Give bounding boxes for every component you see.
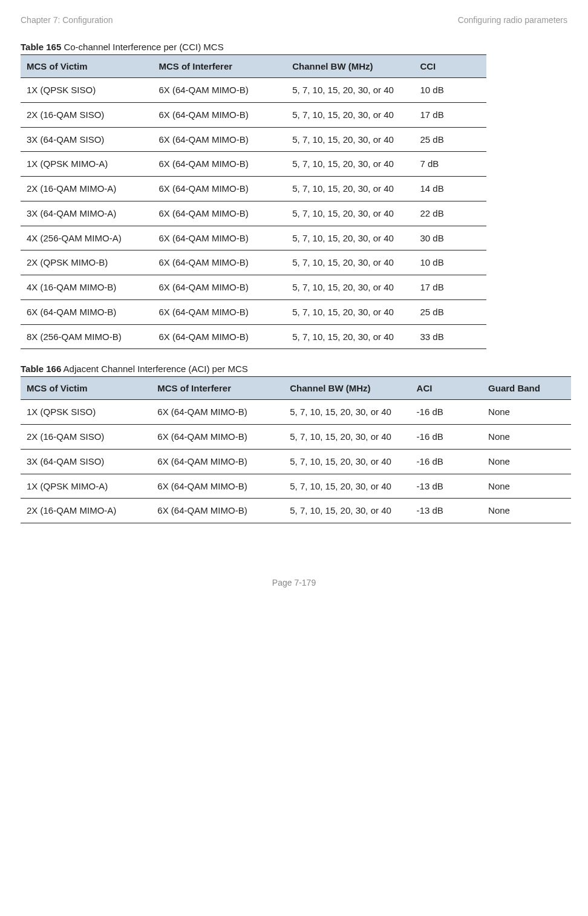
table-cell: 1X (QPSK MIMO-A) (21, 474, 151, 499)
table-cell: 6X (64-QAM MIMO-B) (151, 499, 284, 523)
table-row: 2X (16-QAM MIMO-A)6X (64-QAM MIMO-B)5, 7… (21, 177, 486, 201)
table-cell: None (482, 474, 571, 499)
table-cell: 3X (64-QAM SISO) (21, 127, 152, 152)
table-cell: 33 dB (414, 324, 486, 349)
table165-caption-bold: Table 165 (21, 42, 61, 52)
table-cell: None (482, 425, 571, 450)
header-left: Chapter 7: Configuration (21, 15, 113, 25)
table-row: 3X (64-QAM SISO)6X (64-QAM MIMO-B)5, 7, … (21, 127, 486, 152)
table-cell: 10 dB (414, 250, 486, 275)
table-cell: 4X (16-QAM MIMO-B) (21, 275, 152, 300)
table-cell: 6X (64-QAM MIMO-B) (151, 449, 284, 474)
table-cell: 1X (QPSK SISO) (21, 78, 152, 103)
table165-th-bw: Channel BW (MHz) (286, 55, 414, 78)
table-cell: 6X (64-QAM MIMO-B) (152, 250, 286, 275)
table-cell: 5, 7, 10, 15, 20, 30, or 40 (284, 449, 410, 474)
table-cell: None (482, 449, 571, 474)
table-cell: 22 dB (414, 201, 486, 226)
table166: MCS of Victim MCS of Interferer Channel … (21, 376, 571, 523)
table165: MCS of Victim MCS of Interferer Channel … (21, 54, 486, 349)
table-cell: -16 dB (411, 449, 482, 474)
table165-header-row: MCS of Victim MCS of Interferer Channel … (21, 55, 486, 78)
table-row: 3X (64-QAM SISO)6X (64-QAM MIMO-B)5, 7, … (21, 449, 571, 474)
table-row: 2X (16-QAM MIMO-A)6X (64-QAM MIMO-B)5, 7… (21, 499, 571, 523)
table-cell: 5, 7, 10, 15, 20, 30, or 40 (286, 201, 414, 226)
table-row: 1X (QPSK MIMO-A)6X (64-QAM MIMO-B)5, 7, … (21, 152, 486, 177)
table-cell: 5, 7, 10, 15, 20, 30, or 40 (284, 400, 410, 425)
page-header: Chapter 7: Configuration Configuring rad… (21, 15, 567, 25)
table-cell: 6X (64-QAM MIMO-B) (152, 299, 286, 324)
table-cell: 17 dB (414, 102, 486, 127)
table-row: 2X (16-QAM SISO)6X (64-QAM MIMO-B)5, 7, … (21, 102, 486, 127)
table166-caption-bold: Table 166 (21, 364, 61, 374)
table-cell: 6X (64-QAM MIMO-B) (152, 275, 286, 300)
table166-th-interferer: MCS of Interferer (151, 377, 284, 400)
table-cell: 5, 7, 10, 15, 20, 30, or 40 (286, 177, 414, 201)
table-cell: 5, 7, 10, 15, 20, 30, or 40 (286, 78, 414, 103)
table-cell: 6X (64-QAM MIMO-B) (152, 152, 286, 177)
table-cell: -13 dB (411, 474, 482, 499)
table-cell: 6X (64-QAM MIMO-B) (151, 425, 284, 450)
table-row: 1X (QPSK SISO)6X (64-QAM MIMO-B)5, 7, 10… (21, 400, 571, 425)
table-cell: -16 dB (411, 400, 482, 425)
table-cell: 10 dB (414, 78, 486, 103)
table-cell: 30 dB (414, 226, 486, 250)
table166-header-row: MCS of Victim MCS of Interferer Channel … (21, 377, 571, 400)
table-cell: 6X (64-QAM MIMO-B) (152, 226, 286, 250)
table-cell: 5, 7, 10, 15, 20, 30, or 40 (286, 102, 414, 127)
table-row: 4X (16-QAM MIMO-B)6X (64-QAM MIMO-B)5, 7… (21, 275, 486, 300)
table166-caption: Table 166 Adjacent Channel Interference … (21, 364, 567, 374)
table-cell: 6X (64-QAM MIMO-B) (152, 324, 286, 349)
table-cell: 5, 7, 10, 15, 20, 30, or 40 (286, 250, 414, 275)
table-cell: 1X (QPSK SISO) (21, 400, 151, 425)
table166-th-guard: Guard Band (482, 377, 571, 400)
table-cell: 6X (64-QAM MIMO-B) (152, 78, 286, 103)
table165-caption-rest: Co-channel Interference per (CCI) MCS (61, 42, 223, 52)
table166-th-aci: ACI (411, 377, 482, 400)
table-cell: 2X (16-QAM MIMO-A) (21, 499, 151, 523)
table-cell: 6X (64-QAM MIMO-B) (152, 102, 286, 127)
table-row: 3X (64-QAM MIMO-A)6X (64-QAM MIMO-B)5, 7… (21, 201, 486, 226)
page-footer: Page 7-179 (21, 578, 567, 587)
table-cell: None (482, 499, 571, 523)
table-row: 2X (QPSK MIMO-B)6X (64-QAM MIMO-B)5, 7, … (21, 250, 486, 275)
table-cell: 7 dB (414, 152, 486, 177)
table166-th-bw: Channel BW (MHz) (284, 377, 410, 400)
table-cell: 5, 7, 10, 15, 20, 30, or 40 (286, 226, 414, 250)
table-cell: 1X (QPSK MIMO-A) (21, 152, 152, 177)
table-cell: None (482, 400, 571, 425)
header-right: Configuring radio parameters (458, 15, 567, 25)
table-cell: 6X (64-QAM MIMO-B) (151, 400, 284, 425)
table-cell: 2X (QPSK MIMO-B) (21, 250, 152, 275)
table-cell: 25 dB (414, 127, 486, 152)
table-row: 6X (64-QAM MIMO-B)6X (64-QAM MIMO-B)5, 7… (21, 299, 486, 324)
table-row: 1X (QPSK MIMO-A)6X (64-QAM MIMO-B)5, 7, … (21, 474, 571, 499)
table165-th-victim: MCS of Victim (21, 55, 152, 78)
table166-caption-rest: Adjacent Channel Interference (ACI) per … (61, 364, 247, 374)
table-cell: 6X (64-QAM MIMO-B) (152, 177, 286, 201)
table-cell: 6X (64-QAM MIMO-B) (152, 127, 286, 152)
table166-th-victim: MCS of Victim (21, 377, 151, 400)
table165-th-cci: CCI (414, 55, 486, 78)
table-cell: 5, 7, 10, 15, 20, 30, or 40 (284, 474, 410, 499)
table-cell: -16 dB (411, 425, 482, 450)
table-cell: 2X (16-QAM SISO) (21, 425, 151, 450)
table-row: 4X (256-QAM MIMO-A)6X (64-QAM MIMO-B)5, … (21, 226, 486, 250)
table-row: 8X (256-QAM MIMO-B)6X (64-QAM MIMO-B)5, … (21, 324, 486, 349)
table-cell: 5, 7, 10, 15, 20, 30, or 40 (286, 275, 414, 300)
table-row: 2X (16-QAM SISO)6X (64-QAM MIMO-B)5, 7, … (21, 425, 571, 450)
table-cell: 5, 7, 10, 15, 20, 30, or 40 (286, 152, 414, 177)
table-cell: 2X (16-QAM SISO) (21, 102, 152, 127)
table-cell: 17 dB (414, 275, 486, 300)
table-cell: 5, 7, 10, 15, 20, 30, or 40 (286, 299, 414, 324)
table-cell: 5, 7, 10, 15, 20, 30, or 40 (286, 324, 414, 349)
table-cell: -13 dB (411, 499, 482, 523)
table-cell: 6X (64-QAM MIMO-B) (152, 201, 286, 226)
table-cell: 5, 7, 10, 15, 20, 30, or 40 (284, 425, 410, 450)
table-cell: 6X (64-QAM MIMO-B) (21, 299, 152, 324)
table-cell: 8X (256-QAM MIMO-B) (21, 324, 152, 349)
table165-th-interferer: MCS of Interferer (152, 55, 286, 78)
table-cell: 14 dB (414, 177, 486, 201)
table-cell: 4X (256-QAM MIMO-A) (21, 226, 152, 250)
table-cell: 3X (64-QAM MIMO-A) (21, 201, 152, 226)
